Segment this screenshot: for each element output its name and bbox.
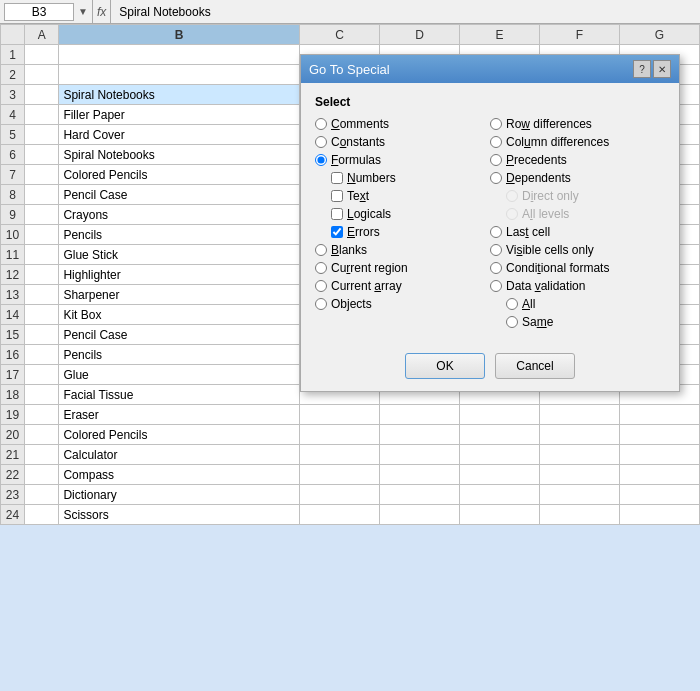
row-header-14[interactable]: 14 [1, 305, 25, 325]
column-differences-radio[interactable] [490, 136, 502, 148]
conditional-formats-radio[interactable] [490, 262, 502, 274]
cell-a18[interactable] [25, 385, 59, 405]
same-value-radio[interactable] [506, 316, 518, 328]
row-header-21[interactable]: 21 [1, 445, 25, 465]
cell-b1[interactable] [59, 45, 300, 65]
cell-a14[interactable] [25, 305, 59, 325]
cell-c23[interactable] [300, 485, 380, 505]
comments-option[interactable]: Comments [315, 117, 490, 131]
row-header-11[interactable]: 11 [1, 245, 25, 265]
cell-a2[interactable] [25, 65, 59, 85]
row-header-10[interactable]: 10 [1, 225, 25, 245]
column-differences-option[interactable]: Column differences [490, 135, 665, 149]
cell-b17[interactable]: Glue [59, 365, 300, 385]
precedents-radio[interactable] [490, 154, 502, 166]
row-header-19[interactable]: 19 [1, 405, 25, 425]
row-header-13[interactable]: 13 [1, 285, 25, 305]
errors-checkbox[interactable] [331, 226, 343, 238]
cell-b3[interactable]: Spiral Notebooks [59, 85, 300, 105]
all-value-option[interactable]: All [506, 297, 665, 311]
row-header-18[interactable]: 18 [1, 385, 25, 405]
cell-d20[interactable] [380, 425, 460, 445]
cell-b23[interactable]: Dictionary [59, 485, 300, 505]
row-header-23[interactable]: 23 [1, 485, 25, 505]
cell-b22[interactable]: Compass [59, 465, 300, 485]
cell-d23[interactable] [380, 485, 460, 505]
row-differences-radio[interactable] [490, 118, 502, 130]
data-validation-radio[interactable] [490, 280, 502, 292]
cell-c19[interactable] [300, 405, 380, 425]
cell-a21[interactable] [25, 445, 59, 465]
last-cell-radio[interactable] [490, 226, 502, 238]
conditional-formats-option[interactable]: Conditional formats [490, 261, 665, 275]
cancel-button[interactable]: Cancel [495, 353, 575, 379]
row-header-8[interactable]: 8 [1, 185, 25, 205]
cell-b9[interactable]: Crayons [59, 205, 300, 225]
cell-f24[interactable] [540, 505, 620, 525]
row-header-16[interactable]: 16 [1, 345, 25, 365]
cell-g20[interactable] [620, 425, 700, 445]
cell-d19[interactable] [380, 405, 460, 425]
cell-a13[interactable] [25, 285, 59, 305]
cell-b2[interactable] [59, 65, 300, 85]
cell-d24[interactable] [380, 505, 460, 525]
row-header-22[interactable]: 22 [1, 465, 25, 485]
numbers-checkbox[interactable] [331, 172, 343, 184]
col-header-c[interactable]: C [300, 25, 380, 45]
col-header-a[interactable]: A [25, 25, 59, 45]
cell-a24[interactable] [25, 505, 59, 525]
row-header-12[interactable]: 12 [1, 265, 25, 285]
constants-option[interactable]: Constants [315, 135, 490, 149]
cell-g23[interactable] [620, 485, 700, 505]
cell-a16[interactable] [25, 345, 59, 365]
cell-e23[interactable] [460, 485, 540, 505]
cell-b15[interactable]: Pencil Case [59, 325, 300, 345]
cell-f22[interactable] [540, 465, 620, 485]
cell-a17[interactable] [25, 365, 59, 385]
dependents-option[interactable]: Dependents [490, 171, 665, 185]
cell-e20[interactable] [460, 425, 540, 445]
comments-radio[interactable] [315, 118, 327, 130]
objects-radio[interactable] [315, 298, 327, 310]
cell-g22[interactable] [620, 465, 700, 485]
cell-e22[interactable] [460, 465, 540, 485]
cell-b6[interactable]: Spiral Notebooks [59, 145, 300, 165]
cell-a6[interactable] [25, 145, 59, 165]
numbers-option[interactable]: Numbers [331, 171, 490, 185]
cell-c24[interactable] [300, 505, 380, 525]
col-header-g[interactable]: G [620, 25, 700, 45]
cell-b10[interactable]: Pencils [59, 225, 300, 245]
cell-b16[interactable]: Pencils [59, 345, 300, 365]
cell-b12[interactable]: Highlighter [59, 265, 300, 285]
col-header-d[interactable]: D [380, 25, 460, 45]
same-value-option[interactable]: Same [506, 315, 665, 329]
ok-button[interactable]: OK [405, 353, 485, 379]
cell-g21[interactable] [620, 445, 700, 465]
row-header-1[interactable]: 1 [1, 45, 25, 65]
row-differences-option[interactable]: Row differences [490, 117, 665, 131]
current-array-option[interactable]: Current array [315, 279, 490, 293]
dependents-radio[interactable] [490, 172, 502, 184]
cell-a8[interactable] [25, 185, 59, 205]
constants-radio[interactable] [315, 136, 327, 148]
formulas-option[interactable]: Formulas [315, 153, 490, 167]
visible-cells-radio[interactable] [490, 244, 502, 256]
cell-a5[interactable] [25, 125, 59, 145]
row-header-5[interactable]: 5 [1, 125, 25, 145]
cell-a19[interactable] [25, 405, 59, 425]
current-region-radio[interactable] [315, 262, 327, 274]
cell-b8[interactable]: Pencil Case [59, 185, 300, 205]
blanks-option[interactable]: Blanks [315, 243, 490, 257]
cell-c22[interactable] [300, 465, 380, 485]
visible-cells-option[interactable]: Visible cells only [490, 243, 665, 257]
cell-a15[interactable] [25, 325, 59, 345]
text-option[interactable]: Text [331, 189, 490, 203]
close-button[interactable]: ✕ [653, 60, 671, 78]
data-validation-option[interactable]: Data validation [490, 279, 665, 293]
all-value-radio[interactable] [506, 298, 518, 310]
cell-a11[interactable] [25, 245, 59, 265]
cell-b7[interactable]: Colored Pencils [59, 165, 300, 185]
cell-a10[interactable] [25, 225, 59, 245]
cell-a1[interactable] [25, 45, 59, 65]
cell-f23[interactable] [540, 485, 620, 505]
